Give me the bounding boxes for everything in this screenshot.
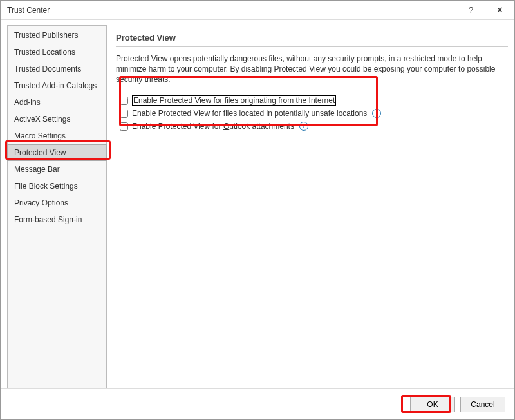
close-icon: ✕ [496,5,503,15]
option-internet-checkbox[interactable] [120,97,128,105]
sidebar-item-protected-view[interactable]: Protected View [7,144,107,161]
close-button[interactable]: ✕ [485,1,514,20]
main-panel: Protected View Protected View opens pote… [116,25,508,388]
option-internet-row: Enable Protected View for files originat… [118,96,503,105]
sidebar-item-trusted-addin-catalogs[interactable]: Trusted Add-in Catalogs [8,77,106,94]
titlebar: Trust Center ? ✕ [1,1,514,20]
sidebar-item-privacy-options[interactable]: Privacy Options [8,195,106,211]
cancel-button[interactable]: Cancel [460,397,505,412]
sidebar-item-addins[interactable]: Add-ins [8,94,106,111]
option-unsafe-locations-label[interactable]: Enable Protected View for files located … [132,109,367,118]
window-title: Trust Center [7,6,456,15]
ok-button[interactable]: OK [410,397,455,412]
option-internet-label[interactable]: Enable Protected View for files originat… [132,96,336,105]
option-unsafe-locations-row: Enable Protected View for files located … [118,109,503,118]
protected-view-options: Enable Protected View for files originat… [116,91,508,136]
option-outlook-attachments-label[interactable]: Enable Protected View for Outlook attach… [132,122,294,131]
heading-divider [116,46,508,47]
info-icon[interactable]: i [299,122,308,131]
sidebar-item-trusted-locations[interactable]: Trusted Locations [8,44,106,61]
sidebar-item-file-block-settings[interactable]: File Block Settings [8,178,106,195]
panel-description: Protected View opens potentially dangero… [116,53,508,84]
help-button[interactable]: ? [456,1,485,20]
help-icon: ? [469,5,473,15]
option-unsafe-locations-checkbox[interactable] [120,110,128,118]
trust-center-window: Trust Center ? ✕ Trusted Publishers Trus… [0,0,515,420]
dialog-footer: OK Cancel [1,388,514,419]
sidebar-item-message-bar[interactable]: Message Bar [8,161,106,178]
info-icon[interactable]: i [372,109,381,118]
sidebar-item-form-based-signin[interactable]: Form-based Sign-in [8,211,106,228]
panel-heading: Protected View [116,33,508,43]
option-outlook-attachments-row: Enable Protected View for Outlook attach… [118,122,503,131]
sidebar: Trusted Publishers Trusted Locations Tru… [7,25,107,388]
sidebar-item-trusted-publishers[interactable]: Trusted Publishers [8,27,106,44]
sidebar-item-macro-settings[interactable]: Macro Settings [8,128,106,144]
sidebar-item-activex-settings[interactable]: ActiveX Settings [8,111,106,128]
content-area: Trusted Publishers Trusted Locations Tru… [1,20,514,388]
sidebar-item-trusted-documents[interactable]: Trusted Documents [8,61,106,77]
option-outlook-attachments-checkbox[interactable] [120,122,128,131]
